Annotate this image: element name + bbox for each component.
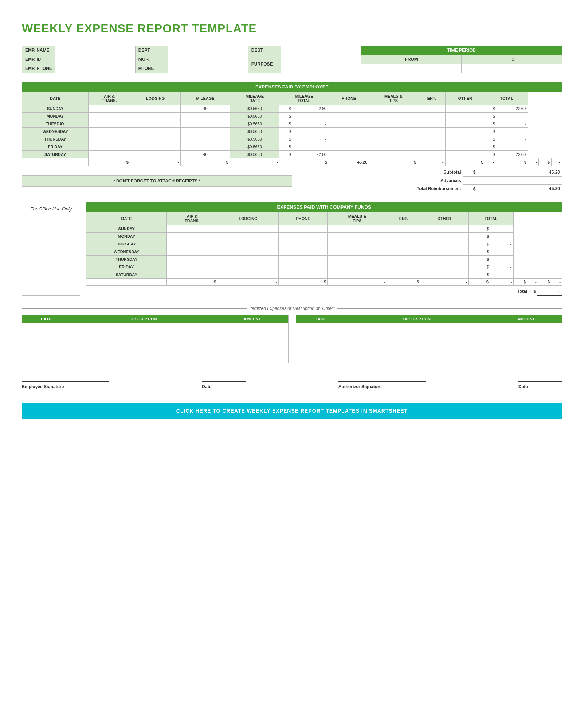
cf-meals-cell[interactable] <box>328 233 387 240</box>
cf-meals-cell[interactable] <box>328 240 387 248</box>
cf-other-cell[interactable] <box>420 240 468 248</box>
dest-value[interactable] <box>281 46 361 55</box>
cf-lodging-cell[interactable] <box>217 271 279 279</box>
mgr-value[interactable] <box>168 55 248 64</box>
other-cell[interactable] <box>445 105 485 113</box>
item-left-date[interactable] <box>22 323 70 331</box>
lodging-cell[interactable] <box>130 151 180 158</box>
cf-phone-cell[interactable] <box>279 233 328 240</box>
ent-cell[interactable] <box>418 105 445 113</box>
cf-air-cell[interactable] <box>167 263 217 271</box>
phone-value[interactable] <box>168 64 248 73</box>
cf-ent-cell[interactable] <box>387 256 420 263</box>
item-right-amount[interactable] <box>490 339 562 347</box>
meals-cell[interactable] <box>369 151 418 158</box>
cf-air-cell[interactable] <box>167 233 217 240</box>
item-right-date[interactable] <box>296 355 344 363</box>
mileage-cell[interactable] <box>181 143 230 151</box>
to-value[interactable] <box>462 64 562 73</box>
item-right-amount[interactable] <box>490 323 562 331</box>
item-left-desc[interactable] <box>70 331 216 339</box>
emp-phone-value[interactable] <box>55 64 135 73</box>
cf-ent-cell[interactable] <box>387 271 420 279</box>
cf-ent-cell[interactable] <box>387 248 420 256</box>
cf-ent-cell[interactable] <box>387 240 420 248</box>
item-right-date[interactable] <box>296 347 344 355</box>
cf-ent-cell[interactable] <box>387 225 420 233</box>
item-left-amount[interactable] <box>216 355 288 363</box>
emp-name-value[interactable] <box>55 46 135 55</box>
ent-cell[interactable] <box>418 120 445 128</box>
cf-air-cell[interactable] <box>167 225 217 233</box>
item-right-desc[interactable] <box>344 339 490 347</box>
cf-other-cell[interactable] <box>420 233 468 240</box>
lodging-cell[interactable] <box>130 128 180 135</box>
phone-cell[interactable] <box>329 120 369 128</box>
phone-cell[interactable] <box>329 105 369 113</box>
cf-air-cell[interactable] <box>167 248 217 256</box>
lodging-cell[interactable] <box>130 113 180 120</box>
item-left-date[interactable] <box>22 331 70 339</box>
meals-cell[interactable] <box>369 135 418 143</box>
lodging-cell[interactable] <box>130 135 180 143</box>
other-cell[interactable] <box>445 128 485 135</box>
item-left-amount[interactable] <box>216 331 288 339</box>
lodging-cell[interactable] <box>130 105 180 113</box>
meals-cell[interactable] <box>369 105 418 113</box>
item-left-desc[interactable] <box>70 323 216 331</box>
item-left-amount[interactable] <box>216 339 288 347</box>
item-right-desc[interactable] <box>344 355 490 363</box>
item-left-amount[interactable] <box>216 323 288 331</box>
item-right-amount[interactable] <box>490 355 562 363</box>
air-trans-cell[interactable] <box>89 135 130 143</box>
item-right-amount[interactable] <box>490 347 562 355</box>
item-right-desc[interactable] <box>344 323 490 331</box>
meals-cell[interactable] <box>369 113 418 120</box>
cf-lodging-cell[interactable] <box>217 263 279 271</box>
item-left-desc[interactable] <box>70 355 216 363</box>
ent-cell[interactable] <box>418 143 445 151</box>
mileage-cell[interactable]: 40 <box>181 105 230 113</box>
cf-other-cell[interactable] <box>420 256 468 263</box>
cf-ent-cell[interactable] <box>387 263 420 271</box>
cf-lodging-cell[interactable] <box>217 248 279 256</box>
cf-phone-cell[interactable] <box>279 225 328 233</box>
item-left-amount[interactable] <box>216 347 288 355</box>
cf-phone-cell[interactable] <box>279 271 328 279</box>
cf-other-cell[interactable] <box>420 263 468 271</box>
item-right-desc[interactable] <box>344 347 490 355</box>
ent-cell[interactable] <box>418 113 445 120</box>
other-cell[interactable] <box>445 113 485 120</box>
item-left-date[interactable] <box>22 355 70 363</box>
lodging-cell[interactable] <box>130 143 180 151</box>
ent-cell[interactable] <box>418 128 445 135</box>
advances-value[interactable] <box>477 177 562 185</box>
cf-lodging-cell[interactable] <box>217 225 279 233</box>
from-value[interactable] <box>361 64 462 73</box>
cf-lodging-cell[interactable] <box>217 256 279 263</box>
item-left-date[interactable] <box>22 347 70 355</box>
phone-cell[interactable] <box>329 143 369 151</box>
ent-cell[interactable] <box>418 151 445 158</box>
air-trans-cell[interactable] <box>89 120 130 128</box>
item-right-date[interactable] <box>296 323 344 331</box>
cf-lodging-cell[interactable] <box>217 233 279 240</box>
item-left-desc[interactable] <box>70 339 216 347</box>
cf-air-cell[interactable] <box>167 271 217 279</box>
cf-meals-cell[interactable] <box>328 271 387 279</box>
footer-cta-button[interactable]: CLICK HERE TO CREATE WEEKLY EXPENSE REPO… <box>22 403 562 419</box>
item-right-amount[interactable] <box>490 331 562 339</box>
air-trans-cell[interactable] <box>89 113 130 120</box>
lodging-cell[interactable] <box>130 120 180 128</box>
item-right-date[interactable] <box>296 339 344 347</box>
phone-cell[interactable] <box>329 128 369 135</box>
phone-cell[interactable] <box>329 113 369 120</box>
cf-phone-cell[interactable] <box>279 240 328 248</box>
air-trans-cell[interactable] <box>89 105 130 113</box>
cf-other-cell[interactable] <box>420 271 468 279</box>
mileage-cell[interactable] <box>181 113 230 120</box>
cf-meals-cell[interactable] <box>328 225 387 233</box>
item-right-date[interactable] <box>296 331 344 339</box>
phone-cell[interactable] <box>329 135 369 143</box>
cf-ent-cell[interactable] <box>387 233 420 240</box>
